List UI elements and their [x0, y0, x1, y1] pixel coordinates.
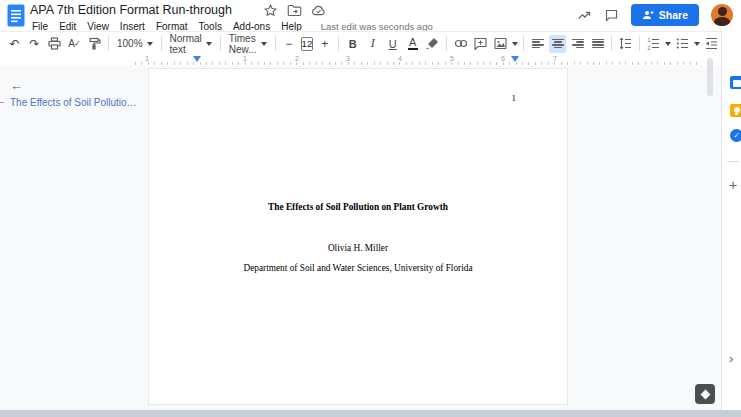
line-spacing-button[interactable] [617, 35, 634, 53]
italic-button[interactable]: I [364, 35, 381, 53]
insert-image-caret[interactable] [512, 42, 518, 46]
account-avatar[interactable] [711, 4, 733, 26]
explore-icon [700, 389, 710, 399]
ruler-number: 2 [295, 55, 299, 62]
share-label: Share [659, 9, 688, 21]
justify-button[interactable] [589, 35, 606, 53]
person-add-icon [642, 9, 654, 21]
insert-link-button[interactable] [452, 35, 469, 53]
align-left-button[interactable] [529, 35, 546, 53]
left-indent-marker[interactable] [193, 56, 201, 62]
outline-item[interactable]: The Effects of Soil Pollution o... [0, 97, 138, 108]
ruler-number: 7 [553, 55, 557, 62]
star-icon[interactable] [263, 3, 278, 18]
move-folder-icon[interactable] [287, 3, 302, 18]
spellcheck-button[interactable]: A✓ [66, 35, 83, 53]
paint-format-button[interactable] [86, 35, 103, 53]
highlight-color-button[interactable] [424, 35, 441, 53]
paragraph-style-select[interactable]: Normal text [167, 35, 215, 53]
toolbar: ↶ ↷ A✓ 100% Normal text Times New... − 1… [0, 31, 741, 55]
show-side-panel-button[interactable]: › [729, 351, 733, 366]
explore-button[interactable] [695, 384, 715, 404]
activity-dashboard-icon[interactable] [577, 8, 592, 23]
text-color-button[interactable]: A [404, 35, 421, 53]
zoom-select[interactable]: 100% [114, 35, 156, 53]
docs-icon[interactable] [7, 4, 25, 27]
side-panel-rail: ✓ + › [721, 31, 741, 410]
document-page[interactable]: 1 The Effects of Soil Pollution on Plant… [148, 68, 568, 405]
align-right-button[interactable] [569, 35, 586, 53]
app-header: APA 7th Edition Format Run-through File … [0, 0, 741, 31]
page-number[interactable]: 1 [512, 93, 517, 103]
insert-image-button[interactable] [492, 35, 509, 53]
right-indent-marker[interactable] [511, 56, 519, 62]
document-canvas: ← The Effects of Soil Pollution o... 1 T… [0, 66, 741, 410]
highlighter-icon [426, 37, 439, 50]
decrease-indent-button[interactable] [703, 35, 720, 53]
document-affiliation-text[interactable]: Department of Soil and Water Sciences, U… [149, 263, 567, 273]
ruler-number: 3 [346, 55, 350, 62]
svg-text:2: 2 [648, 45, 651, 51]
ruler-number: 6 [501, 55, 505, 62]
tasks-icon[interactable]: ✓ [730, 129, 741, 142]
share-button[interactable]: Share [631, 4, 699, 26]
keep-icon[interactable] [730, 104, 741, 117]
outline-bullet [0, 102, 4, 103]
font-select[interactable]: Times New... [226, 35, 270, 53]
outline-item-label: The Effects of Soil Pollution o... [10, 97, 138, 108]
undo-button[interactable]: ↶ [6, 35, 23, 53]
numbered-list-button[interactable]: 12 [645, 35, 662, 53]
close-outline-button[interactable]: ← [10, 78, 23, 93]
insert-comment-button[interactable] [472, 35, 489, 53]
ruler[interactable]: 1 1 2 3 4 5 6 7 [0, 55, 741, 66]
get-addons-button[interactable]: + [729, 177, 737, 193]
document-heading-text[interactable]: The Effects of Soil Pollution on Plant G… [149, 202, 567, 212]
font-size-decrease-button[interactable]: − [281, 35, 298, 53]
document-title-input[interactable]: APA 7th Edition Format Run-through [30, 3, 232, 17]
print-button[interactable] [46, 35, 63, 53]
ruler-ticks [135, 62, 699, 65]
vertical-scrollbar[interactable] [707, 58, 713, 96]
underline-button[interactable]: U [384, 35, 401, 53]
align-center-button[interactable] [549, 35, 566, 53]
font-size-input[interactable]: 12 [301, 37, 314, 51]
font-size-increase-button[interactable]: + [316, 35, 333, 53]
bullet-list-caret[interactable] [694, 42, 700, 46]
rail-divider [727, 161, 739, 162]
calendar-icon[interactable] [730, 76, 741, 89]
ruler-number: 5 [450, 55, 454, 62]
ruler-number: 1 [243, 55, 247, 62]
ruler-number: 1 [145, 55, 149, 62]
document-author-text[interactable]: Olivia H. Miller [149, 243, 567, 253]
bold-button[interactable]: B [344, 35, 361, 53]
ruler-number: 4 [398, 55, 402, 62]
window-bottom-edge [0, 410, 741, 417]
redo-button[interactable]: ↷ [26, 35, 43, 53]
svg-text:1: 1 [648, 37, 651, 43]
cloud-saved-icon[interactable] [311, 3, 326, 18]
numbered-list-caret[interactable] [665, 42, 671, 46]
bullet-list-button[interactable] [674, 35, 691, 53]
comment-history-icon[interactable] [604, 8, 619, 23]
